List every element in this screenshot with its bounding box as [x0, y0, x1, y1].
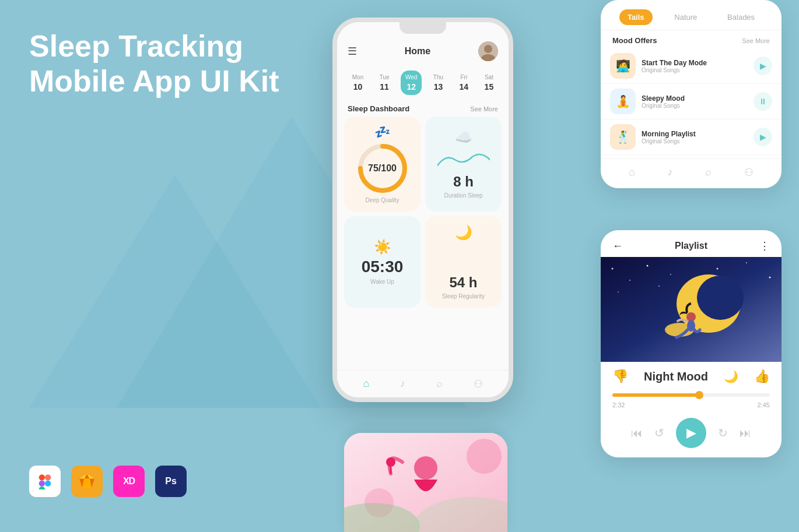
mood-name-1: Start The Day Mode: [642, 59, 748, 67]
mood-info-1: Start The Day Mode Original Songs: [642, 59, 748, 73]
svg-point-44: [386, 457, 395, 467]
dashboard-title: Sleep Dashboard: [348, 104, 409, 113]
mood-info-2: Sleepy Mood Original Songs: [642, 94, 748, 109]
tab-nature[interactable]: Nature: [666, 9, 705, 25]
dashboard-grid: 💤 75/100 Deep Quality ☁️: [337, 117, 509, 308]
total-time: 2:45: [758, 401, 770, 408]
play-btn-3[interactable]: ▶: [754, 128, 772, 146]
date-sat[interactable]: Sat 15: [480, 71, 499, 95]
wakeup-value: 05:30: [362, 258, 404, 276]
wakeup-card: ☀️ 05:30 Wake Up: [344, 216, 420, 308]
dashboard-see-more[interactable]: See More: [470, 105, 498, 112]
sleep-quality-card: 💤 75/100 Deep Quality: [344, 117, 420, 212]
nav-home-icon[interactable]: ⌂: [363, 378, 369, 390]
phone-mockup: ☰ Home Mon 10 Tue 11: [332, 17, 513, 402]
playlist-cover-image: [601, 257, 782, 362]
svg-point-13: [484, 45, 492, 53]
progress-bar[interactable]: [612, 393, 770, 397]
pause-btn-2[interactable]: ⏸: [754, 92, 772, 111]
home-title: Home: [405, 46, 430, 57]
mood-name-2: Sleepy Mood: [642, 94, 748, 103]
forward-button[interactable]: ↻: [718, 426, 728, 440]
moon-icon: 🌙: [455, 224, 472, 241]
wakeup-label: Wake Up: [370, 279, 394, 285]
playlist-card: ← Playlist ⋮: [601, 230, 782, 457]
svg-point-31: [618, 291, 619, 293]
nav-profile-icon[interactable]: ⚇: [474, 378, 483, 390]
phone-notch: [400, 22, 446, 34]
nav-search-icon[interactable]: ⌕: [436, 378, 443, 390]
regularity-card: 🌙 54 h Sleep Regularity: [425, 216, 502, 308]
more-options-button[interactable]: ⋮: [759, 239, 770, 252]
progress-thumb: [695, 391, 703, 399]
svg-text:🧘: 🧘: [616, 94, 630, 108]
playlist-header: ← Playlist ⋮: [601, 230, 782, 257]
sleep-wave: [437, 148, 490, 171]
tab-tails[interactable]: Tails: [619, 9, 653, 25]
bar-chart: [457, 243, 471, 272]
sleep-quality-label: Deep Quality: [366, 197, 400, 203]
svg-point-3: [45, 481, 51, 487]
title-area: Sleep Tracking Mobile App UI Kit: [29, 29, 279, 99]
mood-see-more[interactable]: See More: [742, 37, 770, 44]
svg-point-36: [697, 276, 744, 320]
back-button[interactable]: ←: [612, 240, 623, 252]
mood-item-3: 🕺 Morning Playlist Original Songs ▶: [601, 119, 782, 155]
date-fri[interactable]: Fri 14: [455, 71, 474, 95]
mood-name-3: Morning Playlist: [642, 130, 748, 138]
tab-balades[interactable]: Balades: [719, 9, 763, 25]
play-btn-1[interactable]: ▶: [754, 57, 772, 75]
svg-point-28: [717, 268, 719, 270]
phone-nav: ⌂ ♪ ⌕ ⚇: [337, 370, 509, 397]
music-nav-home-icon[interactable]: ⌂: [629, 166, 635, 179]
date-wed[interactable]: Wed 12: [401, 71, 422, 95]
phone-screen: ☰ Home Mon 10 Tue 11: [337, 22, 509, 397]
skip-forward-button[interactable]: ⏭: [740, 427, 751, 440]
mood-thumb-3: 🕺: [610, 124, 636, 150]
current-time: 2:32: [612, 401, 625, 408]
svg-text:🧑‍💻: 🧑‍💻: [616, 59, 630, 73]
thumb-down-icon[interactable]: 👎: [612, 369, 628, 384]
sleep-quality-value: 75/100: [368, 163, 397, 174]
svg-point-41: [467, 439, 502, 474]
svg-point-29: [746, 262, 747, 263]
thumb-up-icon[interactable]: 👍: [754, 369, 770, 384]
sleep-icon: 💤: [374, 125, 390, 140]
music-nav-profile-icon[interactable]: ⚇: [744, 166, 754, 179]
svg-point-4: [39, 487, 45, 489]
duration-label: Duration Sleep: [444, 192, 482, 199]
mood-thumb-2: 🧘: [610, 89, 636, 114]
svg-point-30: [769, 277, 771, 279]
replay-button[interactable]: ↺: [654, 426, 664, 440]
music-screen-card: Tails Nature Balades Mood Offers See Mor…: [601, 0, 782, 188]
phone-header: ☰ Home: [337, 37, 509, 66]
dashboard-header: Sleep Dashboard See More: [337, 100, 509, 117]
progress-fill: [612, 393, 699, 397]
mood-type-1: Original Songs: [642, 67, 748, 73]
tool-icons: XD Ps: [29, 466, 187, 497]
svg-point-2: [39, 481, 45, 487]
avatar[interactable]: [478, 41, 498, 61]
svg-point-26: [647, 265, 649, 267]
svg-point-27: [670, 274, 671, 275]
music-nav: ⌂ ♪ ⌕ ⚇: [601, 158, 782, 179]
time-row: 2:32 2:45: [612, 401, 770, 408]
date-thu[interactable]: Thu 13: [429, 71, 448, 95]
figma-icon: [29, 466, 61, 497]
play-pause-button[interactable]: ▶: [676, 418, 706, 448]
date-mon[interactable]: Mon 10: [348, 71, 368, 95]
playlist-info: 👎 Night Mood 🌙 👍: [601, 362, 782, 386]
bottom-partial-card: [344, 433, 507, 532]
mood-item-2: 🧘 Sleepy Mood Original Songs ⏸: [601, 84, 782, 119]
phone-body: ☰ Home Mon 10 Tue 11: [332, 17, 513, 402]
music-nav-note-icon[interactable]: ♪: [668, 166, 673, 179]
svg-point-43: [414, 456, 437, 480]
nav-music-icon[interactable]: ♪: [400, 378, 405, 390]
date-tue[interactable]: Tue 11: [375, 71, 394, 95]
svg-point-24: [612, 268, 614, 270]
svg-point-1: [45, 474, 51, 480]
skip-back-button[interactable]: ⏮: [631, 427, 643, 440]
menu-icon[interactable]: ☰: [348, 45, 357, 58]
mood-type-3: Original Songs: [642, 138, 748, 145]
music-nav-search-icon[interactable]: ⌕: [705, 166, 712, 179]
